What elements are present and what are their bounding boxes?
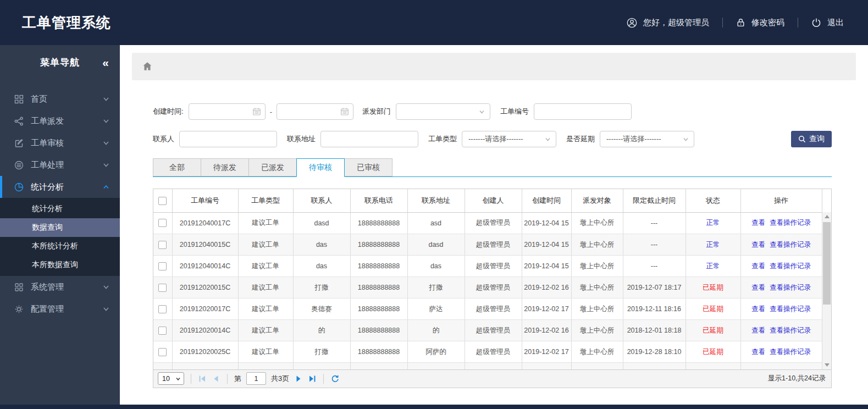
- page-number-input[interactable]: [246, 372, 266, 385]
- submenu-item-data-query[interactable]: 数据查询: [0, 218, 120, 237]
- select-all-checkbox[interactable]: [158, 197, 167, 205]
- cell-address: dasd: [407, 234, 465, 256]
- cell-creator: 超级管理员: [465, 341, 522, 363]
- sidebar-item-config[interactable]: 配置管理: [0, 298, 120, 320]
- chevron-up-icon: [102, 183, 110, 191]
- grid-icon: [14, 95, 24, 104]
- calendar-icon[interactable]: [340, 107, 349, 116]
- status-tabs: 全部 待派发 已派发 待审核 已审核: [153, 158, 832, 177]
- created-time-start-input[interactable]: [189, 103, 266, 120]
- sidebar-item-system[interactable]: 系统管理: [0, 276, 120, 298]
- sidebar-item-process[interactable]: 工单处理: [0, 154, 120, 176]
- home-icon[interactable]: [142, 61, 153, 72]
- search-form-row-2: 联系人 联系地址 工单类型 -------请选择------- 是否延期 ---…: [153, 131, 832, 147]
- lock-icon: [736, 18, 745, 27]
- tab-all[interactable]: 全部: [153, 158, 201, 176]
- contact-input[interactable]: [179, 131, 277, 147]
- cell-contact: [293, 363, 350, 369]
- collapse-sidebar-button[interactable]: «: [102, 57, 109, 68]
- query-button-label: 查询: [809, 134, 825, 144]
- cell-creator: 超级管理员: [465, 299, 522, 320]
- view-link[interactable]: 查看: [751, 348, 765, 356]
- view-log-link[interactable]: 查看操作记录: [770, 348, 811, 356]
- row-checkbox[interactable]: [158, 241, 167, 249]
- prev-page-button[interactable]: [212, 374, 220, 383]
- status-badge: 正常: [706, 219, 720, 226]
- calendar-icon[interactable]: [252, 107, 261, 116]
- sidebar-item-dispatch[interactable]: 工单派发: [0, 110, 120, 132]
- tab-pending-review[interactable]: 待审核: [296, 158, 345, 177]
- sidebar-item-label: 首页: [31, 94, 102, 104]
- submenu-item-local-data-query[interactable]: 本所数据查询: [0, 256, 120, 274]
- view-log-link[interactable]: 查看操作记录: [770, 241, 811, 248]
- view-link[interactable]: 查看: [751, 327, 765, 334]
- tab-reviewed[interactable]: 已审核: [344, 158, 392, 176]
- view-link[interactable]: 查看: [751, 284, 765, 291]
- user-greeting-label: 您好，超级管理员: [643, 18, 709, 28]
- row-checkbox[interactable]: [158, 305, 167, 313]
- row-checkbox[interactable]: [158, 327, 167, 335]
- view-log-link[interactable]: 查看操作记录: [770, 219, 811, 226]
- cell-phone: 18888888888: [350, 277, 407, 299]
- view-log-link[interactable]: 查看操作记录: [770, 327, 811, 334]
- row-checkbox[interactable]: [158, 348, 167, 356]
- row-select-cell: [153, 277, 172, 299]
- view-link[interactable]: 查看: [751, 262, 765, 270]
- cell-status: 正常: [685, 256, 740, 277]
- table-row: [153, 363, 831, 369]
- cell-created-time: [522, 363, 571, 369]
- sidebar-item-review[interactable]: 工单审核: [0, 132, 120, 154]
- view-link[interactable]: 查看: [751, 241, 765, 248]
- created-time-end-input[interactable]: [277, 103, 353, 120]
- sidebar-item-home[interactable]: 首页: [0, 88, 120, 110]
- row-checkbox[interactable]: [158, 219, 167, 227]
- row-checkbox[interactable]: [158, 284, 167, 292]
- edit-square-icon: [14, 139, 24, 148]
- chevron-down-icon: [102, 305, 110, 313]
- delay-select[interactable]: -------请选择-------: [600, 131, 694, 147]
- cell-address: [407, 363, 465, 369]
- status-badge: 已延期: [703, 284, 723, 291]
- column-header: 工单编号: [172, 189, 238, 212]
- next-page-button[interactable]: [294, 374, 303, 383]
- scrollbar-thumb[interactable]: [823, 222, 831, 305]
- view-link[interactable]: 查看: [751, 305, 765, 313]
- order-type-select[interactable]: -------请选择-------: [462, 131, 556, 147]
- column-header: 创建时间: [522, 189, 571, 212]
- view-log-link[interactable]: 查看操作记录: [770, 284, 811, 291]
- scroll-down-icon[interactable]: [822, 361, 831, 369]
- query-button[interactable]: 查询: [791, 131, 832, 147]
- submenu-item-statistics[interactable]: 统计分析: [0, 200, 120, 218]
- cell-phone: 18888888888: [350, 320, 407, 341]
- page-size-value: 10: [162, 375, 170, 383]
- tab-pending-dispatch[interactable]: 待派发: [201, 158, 249, 176]
- view-log-link[interactable]: 查看操作记录: [770, 305, 811, 313]
- cell-deadline: 2019-12-28 18:10: [623, 341, 685, 363]
- row-select-cell: [153, 320, 172, 341]
- row-select-cell: [153, 213, 172, 234]
- sidebar-menu: 首页 工单派发 工单审核: [0, 88, 120, 320]
- tab-dispatched[interactable]: 已派发: [248, 158, 297, 176]
- table-scrollbar[interactable]: [822, 212, 831, 369]
- address-input[interactable]: [320, 131, 418, 147]
- contact-label: 联系人: [153, 134, 174, 144]
- app-header: 工单管理系统 您好，超级管理员 修改密码: [0, 0, 868, 45]
- view-link[interactable]: 查看: [751, 219, 765, 226]
- cell-contact: das: [293, 234, 350, 256]
- refresh-button[interactable]: [330, 374, 339, 383]
- logout-link[interactable]: 退出: [811, 18, 844, 28]
- submenu-item-local-statistics[interactable]: 本所统计分析: [0, 237, 120, 256]
- scroll-up-icon[interactable]: [822, 212, 831, 221]
- sidebar: 菜单导航 « 首页 工单派发: [0, 45, 120, 405]
- dispatch-dept-select[interactable]: [396, 103, 490, 120]
- cell-deadline: 2019-12-11 18:16: [623, 299, 685, 320]
- sidebar-item-statistics[interactable]: 统计分析: [0, 176, 120, 198]
- order-no-input[interactable]: [534, 103, 632, 120]
- view-log-link[interactable]: 查看操作记录: [770, 262, 811, 270]
- first-page-button[interactable]: [198, 374, 207, 383]
- last-page-button[interactable]: [308, 374, 317, 383]
- row-checkbox[interactable]: [158, 262, 167, 270]
- change-password-link[interactable]: 修改密码: [736, 18, 784, 28]
- page-size-select[interactable]: 10: [158, 372, 184, 385]
- cell-order-no: 201912040015C: [172, 234, 238, 256]
